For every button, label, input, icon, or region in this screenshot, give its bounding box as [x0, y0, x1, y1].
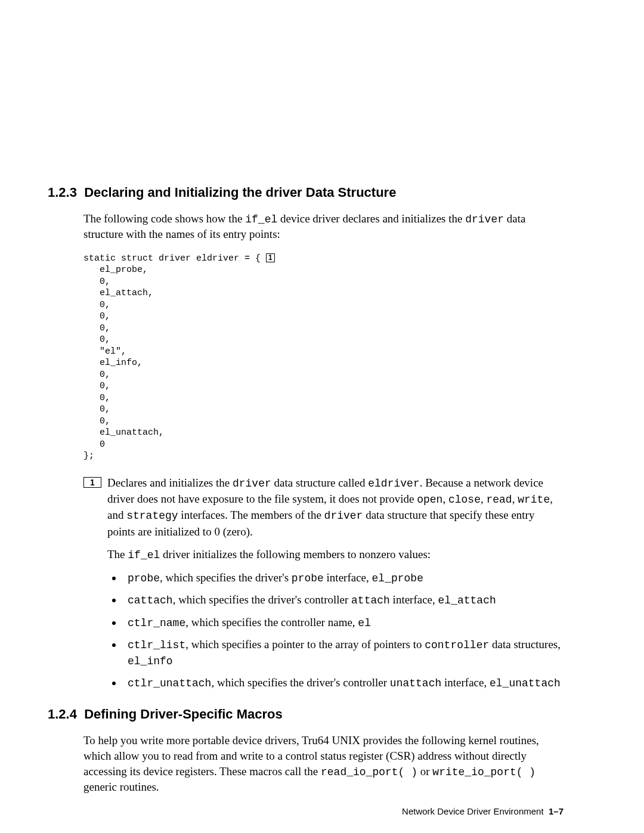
text: data structure called	[271, 476, 368, 489]
bullet-list: probe, which specifies the driver's prob…	[107, 570, 564, 691]
text: interface,	[441, 676, 490, 689]
code-inline: open	[417, 494, 442, 506]
section-number: 1.2.3	[48, 185, 77, 200]
text: ,	[442, 493, 448, 505]
code-inline: eldriver	[368, 478, 419, 490]
note-paragraph-1: Declares and initializes the driver data…	[107, 475, 564, 540]
code-inline: read	[486, 494, 512, 506]
section-number: 1.2.4	[48, 707, 77, 721]
section-title: Declaring and Initializing the driver Da…	[84, 185, 396, 200]
code-inline: ctlr_unattach	[128, 677, 211, 689]
section-123-body: The following code shows how the if_el d…	[83, 211, 564, 702]
code-inline: driver	[465, 213, 504, 225]
text: interfaces. The members of the	[178, 509, 324, 521]
intro-paragraph: The following code shows how the if_el d…	[83, 211, 564, 242]
text: data structures,	[489, 638, 561, 651]
code-inline: driver	[233, 478, 271, 490]
list-item: ctlr_list, which specifies a pointer to …	[123, 637, 564, 669]
text: , which specifies the driver's	[160, 571, 292, 584]
code-inline: write_io_port( )	[432, 766, 535, 778]
footer-title: Network Device Driver Environment	[402, 806, 544, 816]
code-inline: el_attach	[438, 594, 496, 606]
text: interface,	[324, 571, 372, 584]
code-inline: if_el	[245, 213, 277, 225]
page-number: 1–7	[549, 806, 564, 816]
code-inline: el_probe	[372, 572, 423, 584]
text: device driver declares and initializes t…	[277, 212, 465, 225]
text: , which specifies the controller name,	[185, 616, 358, 628]
callout-note-1: 1 Declares and initializes the driver da…	[83, 475, 564, 702]
code-inline: controller	[425, 639, 489, 651]
text: or	[417, 765, 432, 778]
code-block: static struct driver eldriver = { 1 el_p…	[83, 253, 564, 462]
code-body: el_probe, 0, el_attach, 0, 0, 0, 0, "el"…	[83, 265, 164, 461]
code-inline: ctlr_name	[128, 617, 185, 629]
text: The	[107, 548, 128, 561]
section-heading-124: 1.2.4 Defining Driver-Specific Macros	[48, 707, 564, 722]
list-item: probe, which specifies the driver's prob…	[123, 570, 564, 586]
code-inline: el_unattach	[490, 677, 561, 689]
code-inline: close	[448, 494, 481, 506]
text: generic routines.	[83, 781, 159, 793]
code-inline: strategy	[126, 510, 178, 522]
code-line: static struct driver eldriver = {	[83, 253, 266, 264]
text: Declares and initializes the	[107, 476, 233, 489]
code-inline: write	[518, 494, 550, 506]
code-inline: ctlr_list	[128, 639, 185, 651]
code-inline: read_io_port( )	[321, 766, 417, 778]
text: , which specifies the driver's controlle…	[173, 593, 351, 606]
intro-paragraph: To help you write more portable device d…	[83, 733, 564, 794]
code-inline: cattach	[128, 594, 173, 606]
section-heading-123: 1.2.3 Declaring and Initializing the dri…	[48, 185, 564, 200]
section-title: Defining Driver-Specific Macros	[84, 707, 283, 721]
list-item: ctlr_name, which specifies the controlle…	[123, 615, 564, 631]
code-inline: if_el	[128, 549, 160, 561]
callout-number: 1	[83, 477, 101, 488]
code-inline: attach	[351, 594, 390, 606]
section-124-body: To help you write more portable device d…	[83, 733, 564, 794]
text: interface,	[390, 593, 438, 606]
callout-body: Declares and initializes the driver data…	[101, 475, 564, 702]
page-footer: Network Device Driver Environment 1–7	[402, 806, 564, 816]
code-inline: unattach	[390, 677, 441, 689]
callout-marker: 1	[266, 253, 275, 262]
code-inline: el_info	[128, 655, 173, 667]
page: 1.2.3 Declaring and Initializing the dri…	[0, 0, 644, 833]
text: , which specifies the driver's controlle…	[211, 676, 389, 689]
list-item: ctlr_unattach, which specifies the drive…	[123, 675, 564, 691]
code-inline: el	[358, 617, 371, 629]
code-inline: probe	[292, 572, 324, 584]
list-item: cattach, which specifies the driver's co…	[123, 592, 564, 608]
text: The following code shows how the	[83, 212, 245, 225]
text: , which specifies a pointer to the array…	[185, 638, 425, 651]
code-inline: probe	[128, 572, 160, 584]
note-paragraph-2: The if_el driver initializes the followi…	[107, 547, 564, 563]
code-inline: driver	[324, 510, 363, 522]
text: driver initializes the following members…	[160, 548, 431, 561]
text: ,	[512, 493, 518, 505]
